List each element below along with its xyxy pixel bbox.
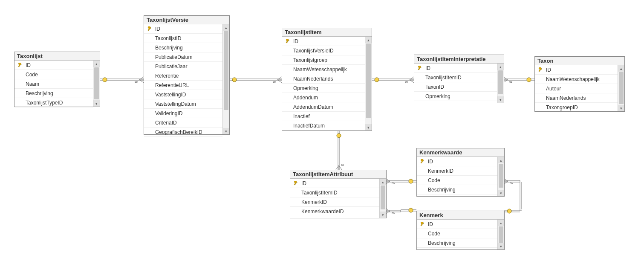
column-item[interactable]: TaxongroepID bbox=[535, 103, 618, 112]
column-item[interactable]: Taxonlijstgroep bbox=[282, 55, 365, 65]
scroll-down-icon[interactable]: ▾ bbox=[498, 190, 504, 196]
column-item[interactable]: Auteur bbox=[535, 84, 618, 93]
entity-title[interactable]: Kenmerk bbox=[417, 211, 504, 220]
column-item[interactable]: ID bbox=[414, 64, 497, 73]
column-item[interactable]: NaamWetenschappelijk bbox=[535, 75, 618, 84]
scrollbar[interactable]: ▴▾ bbox=[497, 220, 504, 249]
column-item[interactable]: TaxonlijstItemID bbox=[414, 73, 497, 82]
column-item[interactable]: Opmerking bbox=[414, 92, 497, 101]
column-item[interactable]: TaxonlijstID bbox=[144, 34, 222, 43]
column-item[interactable]: KenmerkID bbox=[290, 197, 379, 207]
column-item[interactable]: Referentie bbox=[144, 71, 222, 81]
scroll-down-icon[interactable]: ▾ bbox=[365, 124, 372, 130]
column-item[interactable]: Opmerking bbox=[282, 84, 365, 93]
scroll-down-icon[interactable]: ▾ bbox=[93, 100, 100, 107]
column-item[interactable]: PublicatieJaar bbox=[144, 62, 222, 71]
scrollbar[interactable]: ▴▾ bbox=[222, 24, 229, 134]
entity-kenmerkwaarde[interactable]: KenmerkwaardeIDKenmerkIDCodeBeschrijving… bbox=[416, 148, 505, 197]
column-item[interactable]: Naam bbox=[14, 79, 93, 89]
entity-title[interactable]: Taxonlijst bbox=[14, 52, 100, 61]
scroll-up-icon[interactable]: ▴ bbox=[223, 24, 229, 31]
column-item[interactable]: Code bbox=[14, 70, 93, 79]
column-item[interactable]: KenmerkID bbox=[417, 166, 497, 176]
column-item[interactable]: AddendumDatum bbox=[282, 102, 365, 112]
scroll-up-icon[interactable]: ▴ bbox=[93, 61, 100, 67]
column-item[interactable]: InactiefDatum bbox=[282, 121, 365, 130]
scrollbar[interactable]: ▴▾ bbox=[93, 61, 100, 107]
scrollbar[interactable]: ▴▾ bbox=[618, 65, 624, 111]
column-name: Beschrijving bbox=[426, 240, 456, 246]
column-name: Beschrijving bbox=[153, 45, 183, 51]
column-item[interactable]: ValideringID bbox=[144, 109, 222, 118]
column-item[interactable]: NaamNederlands bbox=[282, 74, 365, 84]
column-item[interactable]: VaststellingID bbox=[144, 90, 222, 99]
column-item[interactable]: GeografischBereikID bbox=[144, 128, 222, 137]
column-item[interactable]: Code bbox=[417, 229, 497, 238]
column-item[interactable]: ID bbox=[417, 157, 497, 166]
scrollbar[interactable]: ▴▾ bbox=[379, 179, 386, 218]
column-item[interactable]: NaamWetenschappelijk bbox=[282, 65, 365, 74]
scroll-up-icon[interactable]: ▴ bbox=[380, 179, 386, 185]
entity-attribuut[interactable]: TaxonlijstItemAttribuutIDTaxonlijstItemI… bbox=[290, 170, 387, 218]
column-item[interactable]: CriteriaID bbox=[144, 118, 222, 128]
entity-title[interactable]: TaxonlijstItem bbox=[282, 28, 372, 37]
scroll-thumb[interactable] bbox=[499, 164, 503, 188]
scroll-up-icon[interactable]: ▴ bbox=[498, 220, 504, 226]
scroll-thumb[interactable] bbox=[224, 31, 228, 110]
scroll-thumb[interactable] bbox=[498, 70, 503, 94]
entity-taxonlijstversie[interactable]: TaxonlijstVersieIDTaxonlijstIDBeschrijvi… bbox=[144, 15, 230, 135]
entity-interpretatie[interactable]: TaxonlijstItemInterpretatieIDTaxonlijstI… bbox=[414, 55, 504, 103]
column-item[interactable]: ID bbox=[535, 65, 618, 75]
entity-title[interactable]: Kenmerkwaarde bbox=[417, 148, 504, 157]
column-item[interactable]: ID bbox=[290, 179, 379, 188]
scroll-thumb[interactable] bbox=[619, 72, 624, 104]
column-item[interactable]: ID bbox=[144, 24, 222, 34]
scroll-up-icon[interactable]: ▴ bbox=[365, 37, 372, 43]
primary-key-icon bbox=[419, 159, 426, 164]
column-item[interactable]: Beschrijving bbox=[417, 238, 497, 248]
entity-title[interactable]: TaxonlijstItemInterpretatie bbox=[414, 55, 504, 64]
scroll-down-icon[interactable]: ▾ bbox=[498, 243, 504, 249]
column-item[interactable]: PublicatieDatum bbox=[144, 52, 222, 62]
column-item[interactable]: Beschrijving bbox=[417, 185, 497, 194]
column-item[interactable]: ID bbox=[417, 220, 497, 229]
column-name: KenmerkwaardeID bbox=[300, 209, 344, 215]
scroll-thumb[interactable] bbox=[381, 186, 385, 209]
entity-taxonlijst[interactable]: TaxonlijstIDCodeNaamBeschrijvingTaxonlij… bbox=[14, 52, 100, 107]
column-item[interactable]: VaststellingDatum bbox=[144, 99, 222, 109]
entity-taxonlijstitem[interactable]: TaxonlijstItemIDTaxonlijstVersieIDTaxonl… bbox=[282, 28, 372, 131]
entity-title[interactable]: Taxon bbox=[535, 57, 624, 65]
column-item[interactable]: TaxonID bbox=[414, 82, 497, 92]
column-item[interactable]: Code bbox=[417, 176, 497, 185]
scroll-up-icon[interactable]: ▴ bbox=[618, 65, 624, 72]
scroll-down-icon[interactable]: ▾ bbox=[223, 128, 229, 134]
column-item[interactable]: ID bbox=[282, 37, 365, 46]
column-item[interactable]: Beschrijving bbox=[144, 43, 222, 52]
scrollbar[interactable]: ▴▾ bbox=[365, 37, 372, 130]
entity-kenmerk[interactable]: KenmerkIDCodeBeschrijving▴▾ bbox=[416, 211, 505, 250]
scroll-up-icon[interactable]: ▴ bbox=[498, 157, 504, 163]
column-item[interactable]: TaxonlijstItemID bbox=[290, 188, 379, 197]
column-item[interactable]: NaamNederlands bbox=[535, 93, 618, 103]
column-item[interactable]: Addendum bbox=[282, 93, 365, 102]
column-item[interactable]: KenmerkwaardeID bbox=[290, 207, 379, 216]
scroll-down-icon[interactable]: ▾ bbox=[497, 96, 504, 103]
scrollbar[interactable]: ▴▾ bbox=[497, 64, 504, 103]
scroll-thumb[interactable] bbox=[366, 43, 371, 118]
column-item[interactable]: TaxonlijstTypeID bbox=[14, 98, 93, 107]
scroll-thumb[interactable] bbox=[499, 226, 503, 244]
column-item[interactable]: Inactief bbox=[282, 112, 365, 121]
column-item[interactable]: Beschrijving bbox=[14, 89, 93, 98]
column-name: Inactief bbox=[292, 113, 310, 119]
scroll-up-icon[interactable]: ▴ bbox=[497, 64, 504, 70]
column-item[interactable]: TaxonlijstVersieID bbox=[282, 46, 365, 55]
entity-taxon[interactable]: TaxonIDNaamWetenschappelijkAuteurNaamNed… bbox=[534, 56, 625, 112]
scroll-thumb[interactable] bbox=[94, 67, 99, 99]
scroll-down-icon[interactable]: ▾ bbox=[618, 105, 624, 111]
entity-title[interactable]: TaxonlijstVersie bbox=[144, 16, 229, 24]
column-item[interactable]: ID bbox=[14, 61, 93, 70]
scroll-down-icon[interactable]: ▾ bbox=[380, 212, 386, 218]
column-item[interactable]: ReferentieURL bbox=[144, 81, 222, 90]
entity-title[interactable]: TaxonlijstItemAttribuut bbox=[290, 170, 386, 179]
scrollbar[interactable]: ▴▾ bbox=[497, 157, 504, 196]
